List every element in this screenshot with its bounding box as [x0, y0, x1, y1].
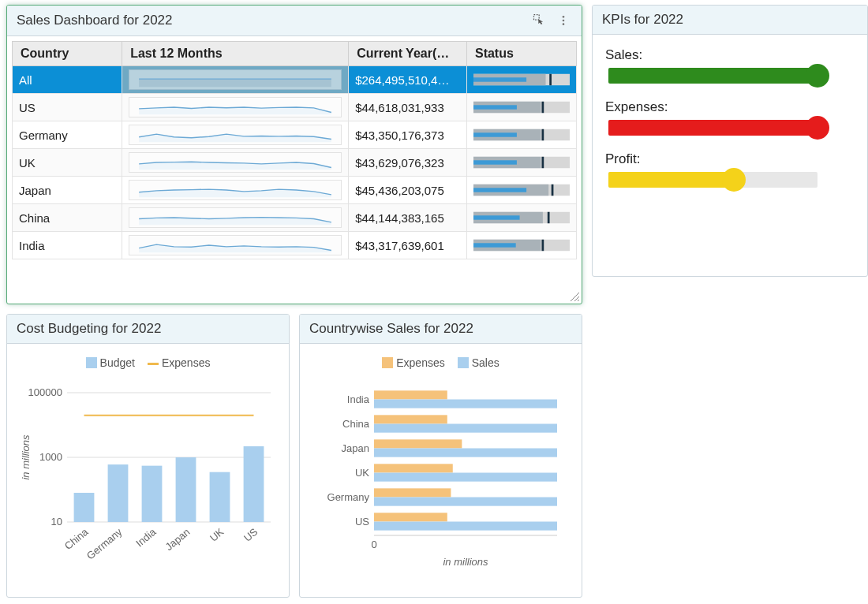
- sparkline-cell: [122, 232, 349, 259]
- table-column-header[interactable]: Status: [466, 42, 576, 66]
- svg-rect-63: [374, 464, 453, 472]
- kpi-slider[interactable]: [608, 120, 817, 136]
- kpi-row: Profit:: [605, 151, 855, 188]
- svg-rect-52: [244, 446, 264, 522]
- svg-rect-15: [541, 129, 544, 140]
- countrywise-sales-chart: IndiaChinaJapanUKGermanyUS0in millions: [311, 377, 571, 574]
- panel-title: KPIs for 2022: [602, 12, 683, 28]
- svg-rect-46: [142, 466, 163, 522]
- svg-text:UK: UK: [208, 526, 226, 544]
- table-row[interactable]: US$44,618,031,933: [13, 94, 577, 121]
- sales-dashboard-panel: Sales Dashboard for 2022 CountryLast 12 …: [6, 5, 582, 304]
- more-menu-icon[interactable]: [555, 12, 572, 29]
- svg-rect-7: [549, 74, 552, 85]
- table-row[interactable]: All$264,495,510,4…: [13, 66, 577, 94]
- current-year-cell: $264,495,510,4…: [349, 66, 467, 94]
- kpi-slider[interactable]: [608, 68, 817, 84]
- kpi-label: Sales:: [605, 47, 855, 63]
- svg-rect-42: [74, 493, 95, 522]
- svg-text:100000: 100000: [28, 386, 62, 398]
- kpi-knob-icon[interactable]: [806, 64, 829, 88]
- svg-rect-6: [473, 77, 526, 81]
- table-row[interactable]: Japan$45,436,203,075: [13, 177, 577, 204]
- kpi-label: Expenses:: [605, 99, 855, 115]
- status-cell: [466, 94, 576, 121]
- kpi-knob-icon[interactable]: [806, 116, 829, 140]
- svg-text:India: India: [347, 393, 370, 405]
- svg-text:in millions: in millions: [443, 556, 488, 568]
- current-year-cell: $44,618,031,933: [349, 94, 467, 121]
- svg-rect-67: [374, 498, 557, 506]
- svg-point-3: [563, 23, 565, 25]
- svg-rect-14: [473, 132, 517, 136]
- svg-rect-31: [541, 240, 544, 251]
- svg-text:0: 0: [371, 539, 376, 550]
- table-row[interactable]: India$43,317,639,601: [13, 232, 577, 259]
- svg-rect-27: [548, 212, 550, 223]
- country-cell: All: [13, 66, 122, 94]
- svg-rect-30: [473, 243, 516, 247]
- svg-rect-70: [374, 522, 557, 531]
- svg-text:1000: 1000: [39, 451, 62, 463]
- table-column-header[interactable]: Last 12 Months: [122, 42, 349, 66]
- svg-rect-60: [374, 439, 462, 448]
- status-cell: [466, 204, 576, 232]
- panel-title: Countrywise Sales for 2022: [309, 321, 473, 337]
- panel-header: Cost Budgeting for 2022: [7, 315, 289, 344]
- sparkline-cell: [122, 149, 349, 177]
- status-cell: [466, 66, 576, 94]
- svg-rect-48: [176, 457, 196, 522]
- svg-text:US: US: [355, 516, 369, 528]
- svg-text:in millions: in millions: [20, 434, 32, 480]
- table-row[interactable]: China$44,144,383,165: [13, 204, 577, 232]
- touch-mode-icon[interactable]: [531, 12, 548, 29]
- svg-text:Japan: Japan: [163, 526, 193, 553]
- status-cell: [466, 177, 576, 204]
- country-cell: Japan: [13, 177, 122, 204]
- table-row[interactable]: UK$43,629,076,323: [13, 149, 577, 177]
- svg-rect-66: [374, 488, 451, 497]
- current-year-cell: $43,629,076,323: [349, 149, 467, 177]
- sparkline-cell: [122, 94, 349, 121]
- svg-rect-54: [374, 390, 447, 399]
- svg-text:China: China: [342, 418, 370, 430]
- svg-rect-11: [541, 102, 544, 113]
- status-cell: [466, 232, 576, 259]
- svg-text:China: China: [62, 525, 91, 552]
- current-year-cell: $45,436,203,075: [349, 177, 467, 204]
- table-column-header[interactable]: Country: [13, 42, 122, 66]
- svg-text:10: 10: [51, 516, 62, 528]
- svg-rect-26: [473, 215, 520, 219]
- country-cell: UK: [13, 149, 122, 177]
- status-cell: [466, 149, 576, 177]
- cost-budgeting-chart: 101000100000in millionsChinaGermanyIndia…: [18, 377, 279, 574]
- cost-budgeting-panel: Cost Budgeting for 2022 BudgetExpenses 1…: [6, 314, 290, 598]
- svg-text:Germany: Germany: [84, 525, 125, 561]
- kpi-knob-icon[interactable]: [722, 168, 746, 192]
- svg-rect-69: [374, 513, 447, 521]
- panel-header: Sales Dashboard for 2022: [7, 6, 582, 36]
- resize-grip-icon[interactable]: [569, 291, 580, 302]
- current-year-cell: $43,317,639,601: [349, 232, 467, 259]
- svg-text:US: US: [241, 526, 260, 544]
- table-header: CountryLast 12 MonthsCurrent Year(…Statu…: [13, 42, 577, 66]
- svg-rect-61: [374, 449, 557, 457]
- sales-table[interactable]: CountryLast 12 MonthsCurrent Year(…Statu…: [12, 41, 577, 259]
- status-cell: [466, 121, 576, 149]
- chart-legend: ExpensesSales: [311, 356, 571, 369]
- kpi-slider[interactable]: [608, 172, 817, 188]
- svg-rect-58: [374, 424, 557, 433]
- country-cell: US: [13, 94, 122, 121]
- current-year-cell: $43,350,176,373: [349, 121, 467, 149]
- countrywise-sales-panel: Countrywise Sales for 2022 ExpensesSales…: [299, 314, 582, 598]
- svg-rect-64: [374, 473, 557, 482]
- kpi-panel: KPIs for 2022 Sales:Expenses:Profit:: [592, 5, 868, 277]
- svg-point-1: [563, 16, 565, 18]
- panel-title: Cost Budgeting for 2022: [17, 321, 161, 337]
- sparkline-cell: [122, 66, 349, 94]
- table-row[interactable]: Germany$43,350,176,373: [13, 121, 577, 149]
- svg-rect-50: [210, 472, 230, 522]
- svg-rect-10: [473, 105, 517, 109]
- table-column-header[interactable]: Current Year(…: [349, 42, 467, 66]
- svg-rect-23: [552, 185, 554, 196]
